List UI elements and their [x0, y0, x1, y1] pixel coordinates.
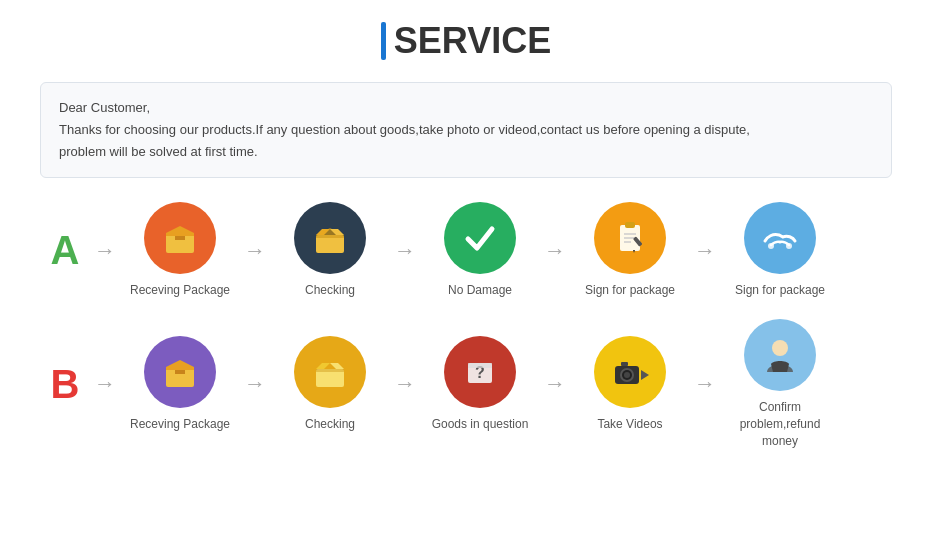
step-b4-label: Take Videos — [597, 416, 662, 433]
step-a3: No Damage — [420, 202, 540, 299]
step-a4-icon — [594, 202, 666, 274]
step-b3: ? Goods in question — [420, 336, 540, 433]
step-b1-label: Receving Package — [130, 416, 230, 433]
arrow: → — [394, 238, 416, 264]
step-a2-label: Checking — [305, 282, 355, 299]
svg-marker-24 — [330, 363, 344, 369]
svg-rect-33 — [621, 362, 628, 366]
page-title: SERVICE — [40, 20, 892, 62]
arrow: → — [694, 238, 716, 264]
notice-line3: problem will be solved at first time. — [59, 144, 258, 159]
step-b4-icon — [594, 336, 666, 408]
svg-rect-28 — [468, 363, 492, 368]
step-b4: Take Videos — [570, 336, 690, 433]
arrow: → — [694, 371, 716, 397]
step-a1-icon — [144, 202, 216, 274]
svg-point-16 — [768, 243, 774, 249]
step-a2: Checking — [270, 202, 390, 299]
step-a4-label: Sign for package — [585, 282, 675, 299]
svg-rect-21 — [166, 367, 194, 370]
arrow: → — [544, 371, 566, 397]
flow-row-a: A → Receving Package → — [40, 202, 892, 299]
step-b2: Checking — [270, 336, 390, 433]
svg-rect-3 — [166, 233, 194, 236]
step-a5: Sign for package — [720, 202, 840, 299]
step-a2-icon — [294, 202, 366, 274]
step-a4: Sign for package — [570, 202, 690, 299]
title-accent-bar — [381, 22, 386, 60]
step-a3-icon — [444, 202, 516, 274]
arrow: → — [94, 238, 116, 264]
title-text: SERVICE — [394, 20, 551, 62]
arrow: → — [394, 371, 416, 397]
step-b3-icon: ? — [444, 336, 516, 408]
step-b2-icon — [294, 336, 366, 408]
step-a1-label: Receving Package — [130, 282, 230, 299]
row-a-label: A — [40, 228, 90, 273]
svg-marker-34 — [641, 370, 649, 380]
flow-row-b: B → Receving Package → Checking → — [40, 319, 892, 449]
svg-marker-19 — [166, 360, 194, 367]
svg-point-32 — [624, 372, 630, 378]
arrow: → — [544, 238, 566, 264]
step-b2-label: Checking — [305, 416, 355, 433]
step-a3-label: No Damage — [448, 282, 512, 299]
svg-point-17 — [786, 243, 792, 249]
svg-rect-10 — [625, 222, 635, 228]
step-b5: Confirm problem,refund money — [720, 319, 840, 449]
svg-point-35 — [772, 340, 788, 356]
svg-marker-15 — [633, 250, 635, 253]
svg-marker-1 — [166, 226, 194, 233]
step-a5-icon — [744, 202, 816, 274]
step-b5-icon — [744, 319, 816, 391]
row-b-label: B — [40, 362, 90, 407]
notice-line1: Dear Customer, — [59, 100, 150, 115]
step-b1: Receving Package — [120, 336, 240, 433]
step-b5-label: Confirm problem,refund money — [720, 399, 840, 449]
svg-rect-8 — [316, 235, 344, 238]
notice-line2: Thanks for choosing our products.If any … — [59, 122, 750, 137]
step-b3-label: Goods in question — [432, 416, 529, 433]
svg-rect-25 — [316, 369, 344, 372]
arrow: → — [94, 371, 116, 397]
step-b1-icon — [144, 336, 216, 408]
arrow: → — [244, 238, 266, 264]
step-a5-label: Sign for package — [735, 282, 825, 299]
arrow: → — [244, 371, 266, 397]
svg-marker-23 — [316, 363, 330, 369]
step-a1: Receving Package — [120, 202, 240, 299]
notice-box: Dear Customer, Thanks for choosing our p… — [40, 82, 892, 178]
